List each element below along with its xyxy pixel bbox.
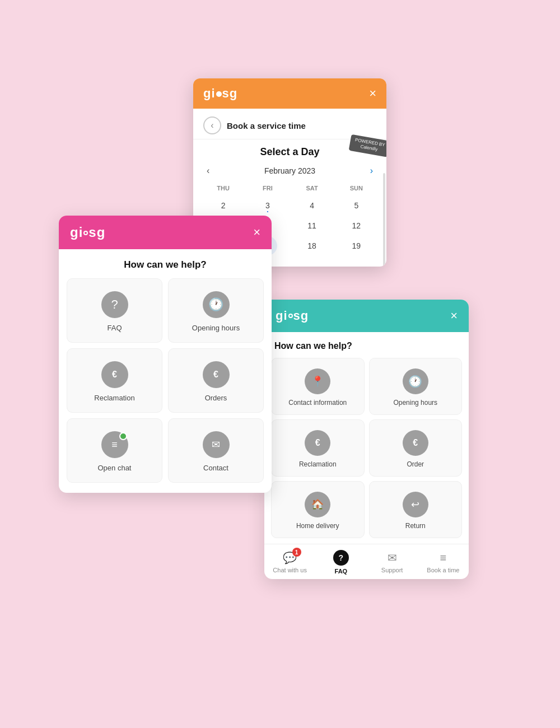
teal-opening-hours-icon: 🕐 (403, 368, 428, 394)
contact-info-icon: 📍 (305, 368, 330, 394)
pink-help-title: How can we help? (59, 249, 272, 278)
teal-close-button[interactable]: × (450, 309, 458, 323)
teal-opening-hours-label: Opening hours (393, 399, 437, 407)
day-header-sun: SUN (334, 183, 379, 194)
contact-info-label: Contact information (288, 399, 347, 407)
next-month-button[interactable]: › (367, 165, 376, 177)
book-time-tab-label: Book a time (427, 567, 459, 573)
day-header-sat: SAT (290, 183, 334, 194)
teal-help-widget: gisg × How can we help? 📍 Contact inform… (264, 300, 469, 579)
calendar-scrollbar[interactable] (383, 173, 385, 267)
chat-badge: 1 (292, 548, 301, 557)
pink-grid-reclamation[interactable]: € Reclamation (67, 348, 162, 413)
contact-label: Contact (203, 464, 228, 472)
open-chat-icon: ≡ (101, 431, 128, 458)
day-2[interactable]: 2 (214, 196, 233, 215)
chat-tab-label: Chat with us (273, 567, 307, 573)
pink-logo: gisg (70, 225, 105, 240)
home-delivery-icon: 🏠 (305, 492, 330, 517)
day-12[interactable]: 12 (347, 216, 366, 235)
faq-icon: ? (101, 291, 128, 318)
teal-reclamation-icon: € (305, 430, 330, 456)
pink-help-widget: gisg × How can we help? ? FAQ 🕐 Opening … (59, 216, 272, 493)
booking-widget-logo: gisg (203, 86, 237, 101)
faq-label: FAQ (107, 324, 122, 332)
teal-grid-contact-info[interactable]: 📍 Contact information (271, 358, 365, 415)
teal-grid-order[interactable]: € Order (369, 419, 463, 477)
booking-back-button[interactable]: ‹ (203, 116, 221, 134)
week-row-1: 2 3• 4 5 (201, 196, 379, 215)
teal-grid-return[interactable]: ↩ Return (369, 481, 463, 538)
reclamation-label: Reclamation (94, 394, 134, 402)
month-label: February 2023 (264, 166, 315, 175)
opening-hours-label: Opening hours (192, 324, 240, 332)
teal-grid-opening-hours[interactable]: 🕐 Opening hours (369, 358, 463, 415)
teal-reclamation-label: Reclamation (299, 460, 337, 468)
pink-grid-open-chat[interactable]: ≡ Open chat (67, 418, 162, 483)
month-nav: ‹ February 2023 › (201, 165, 379, 177)
teal-grid-reclamation[interactable]: € Reclamation (271, 419, 365, 477)
teal-grid: 📍 Contact information 🕐 Opening hours € … (264, 358, 469, 538)
booking-widget-header: gisg × (193, 78, 386, 109)
teal-order-icon: € (403, 430, 428, 456)
pink-grid-faq[interactable]: ? FAQ (67, 278, 162, 343)
day-5[interactable]: 5 (347, 196, 366, 215)
day-18[interactable]: 18 (302, 236, 321, 255)
pink-header: gisg × (59, 216, 272, 249)
teal-help-title: How can we help? (264, 332, 469, 358)
teal-order-label: Order (407, 460, 424, 468)
support-tab-icon: ✉ (388, 551, 397, 564)
pink-grid-orders[interactable]: € Orders (168, 348, 264, 413)
teal-grid-home-delivery[interactable]: 🏠 Home delivery (271, 481, 365, 538)
tab-faq[interactable]: ? FAQ (315, 544, 366, 579)
return-icon: ↩ (403, 492, 428, 517)
teal-logo: gisg (276, 309, 309, 323)
day-19[interactable]: 19 (347, 236, 366, 255)
contact-icon: ✉ (203, 431, 230, 458)
day-header-fri: FRI (245, 183, 290, 194)
open-chat-label: Open chat (98, 464, 132, 472)
booking-widget-close[interactable]: × (369, 87, 376, 100)
booking-title: Book a service time (227, 121, 306, 130)
support-tab-label: Support (381, 567, 403, 573)
pink-close-button[interactable]: × (253, 225, 260, 240)
orders-icon: € (203, 361, 230, 388)
pink-grid-contact[interactable]: ✉ Contact (168, 418, 264, 483)
tab-support[interactable]: ✉ Support (367, 544, 418, 579)
prev-month-button[interactable]: ‹ (203, 165, 213, 177)
tab-book-time[interactable]: ≡ Book a time (418, 544, 469, 579)
pink-grid-opening-hours[interactable]: 🕐 Opening hours (168, 278, 264, 343)
teal-header: gisg × (264, 300, 469, 332)
teal-bottom-tabs: 1 💬 Chat with us ? FAQ ✉ Support ≡ Book … (264, 544, 469, 579)
faq-tab-label: FAQ (335, 568, 348, 575)
day-header-thu: THU (201, 183, 245, 194)
faq-tab-icon: ? (333, 550, 349, 566)
day-headers: THU FRI SAT SUN (201, 183, 379, 194)
reclamation-icon: € (101, 361, 128, 388)
day-11[interactable]: 11 (302, 216, 321, 235)
book-time-tab-icon: ≡ (440, 552, 447, 564)
tab-chat-with-us[interactable]: 1 💬 Chat with us (264, 544, 315, 579)
orders-label: Orders (205, 394, 227, 402)
opening-hours-icon: 🕐 (203, 291, 230, 318)
day-3[interactable]: 3• (258, 196, 277, 215)
day-4[interactable]: 4 (302, 196, 321, 215)
return-label: Return (405, 522, 426, 530)
home-delivery-label: Home delivery (296, 522, 339, 530)
pink-grid: ? FAQ 🕐 Opening hours € Reclamation € Or… (59, 278, 272, 493)
